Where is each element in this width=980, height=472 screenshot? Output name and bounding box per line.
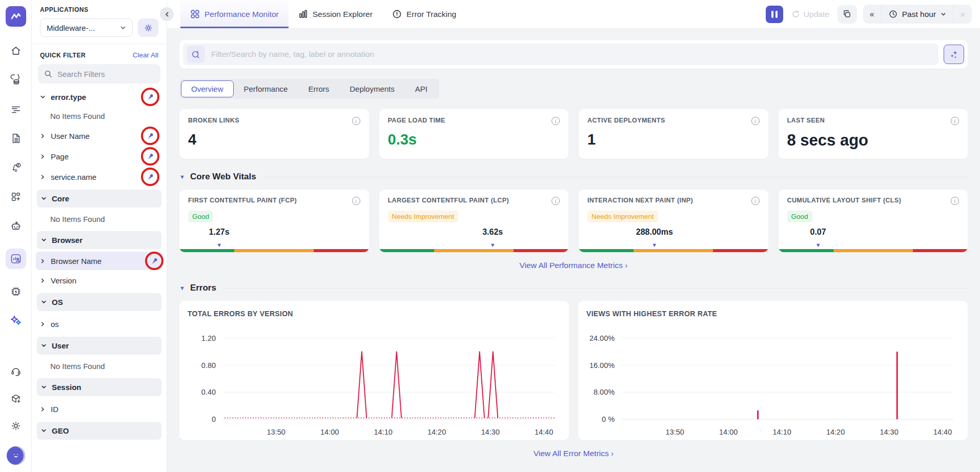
filter-group-user[interactable]: User xyxy=(37,337,161,355)
ai-sparkle-icon[interactable] xyxy=(9,314,23,327)
support-headset-icon[interactable] xyxy=(9,365,23,378)
view-tab-api[interactable]: API xyxy=(405,80,438,97)
chart-views-with-highest-error-rate: VIEWS WITH HIGHEST ERROR RATE 0 %8.00%16… xyxy=(578,301,968,440)
middleware-logo[interactable] xyxy=(6,6,26,27)
update-button[interactable]: Update xyxy=(789,10,831,19)
settings-gear-icon[interactable] xyxy=(9,419,23,433)
pin-icon xyxy=(151,257,158,265)
filter-item-user-name[interactable]: User Name xyxy=(32,126,167,146)
svg-text:14:40: 14:40 xyxy=(933,428,952,436)
pin-icon xyxy=(147,93,154,101)
chevron-right-icon xyxy=(40,174,46,180)
svg-text:14:10: 14:10 xyxy=(374,428,392,436)
svg-text:14:20: 14:20 xyxy=(427,428,446,436)
quick-filter-panel: APPLICATIONS Middleware-... QUICK FILTER… xyxy=(32,0,167,472)
info-icon[interactable]: i xyxy=(951,197,959,205)
main-area: Performance Monitor Session Explorer Err… xyxy=(167,0,980,472)
home-icon[interactable] xyxy=(9,44,23,57)
icon-rail xyxy=(0,0,32,472)
filter-search-input[interactable] xyxy=(57,70,134,78)
filter-item-version[interactable]: Version xyxy=(32,270,167,291)
filter-item-id[interactable]: ID xyxy=(32,399,167,419)
info-icon[interactable]: i xyxy=(751,117,760,125)
filter-group-browser[interactable]: Browser xyxy=(37,231,161,249)
bot-icon[interactable] xyxy=(9,219,23,233)
application-settings-gear-icon[interactable] xyxy=(138,18,158,37)
cwv-card-lcp: LARGEST CONTENTFUL PAINT (LCP)i Needs Im… xyxy=(379,190,569,252)
svg-text:14:00: 14:00 xyxy=(719,428,738,436)
metric-value: 0.3s xyxy=(388,131,560,148)
alerts-bell-icon[interactable] xyxy=(9,161,23,174)
logs-icon[interactable] xyxy=(9,102,23,116)
filter-group-session[interactable]: Session xyxy=(37,378,161,396)
collapse-triangle-icon[interactable]: ▼ xyxy=(179,174,185,180)
document-icon[interactable] xyxy=(9,132,23,145)
infrastructure-icon[interactable] xyxy=(9,73,23,87)
filter-group-os[interactable]: OS xyxy=(37,293,161,311)
copy-icon[interactable] xyxy=(838,5,857,24)
chevron-down-icon xyxy=(41,299,47,305)
info-icon[interactable]: i xyxy=(352,117,360,125)
gauge-marker-icon: ▼ xyxy=(216,242,222,248)
filter-item-service-name[interactable]: service.name xyxy=(32,167,167,187)
pin-highlight-ring xyxy=(145,252,164,270)
svg-text:14:30: 14:30 xyxy=(481,428,499,436)
processes-chip-icon[interactable] xyxy=(9,285,23,298)
filter-item-error-type[interactable]: error.type xyxy=(32,87,167,107)
metric-card-last-seen: LAST SEENi 8 secs ago xyxy=(779,109,968,159)
chevron-down-icon xyxy=(41,343,47,348)
tab-session-explorer[interactable]: Session Explorer xyxy=(289,0,382,28)
info-icon[interactable]: i xyxy=(552,197,560,205)
view-tab-overview[interactable]: Overview xyxy=(181,80,234,97)
filter-group-geo[interactable]: GEO xyxy=(37,422,161,440)
filter-empty-text: No Items Found xyxy=(32,107,167,126)
application-selector[interactable]: Middleware-... xyxy=(40,18,133,37)
vitals-threshold-bar xyxy=(579,249,768,252)
filter-item-os[interactable]: os xyxy=(32,314,167,334)
gauge-marker-icon: ▼ xyxy=(490,242,496,248)
vitals-threshold-bar xyxy=(379,249,569,252)
time-range-prev-button[interactable]: « xyxy=(863,5,881,24)
view-tab-errors[interactable]: Errors xyxy=(298,80,339,97)
chevron-right-icon xyxy=(40,321,46,327)
time-range-next-button[interactable]: » xyxy=(954,5,972,24)
info-icon[interactable]: i xyxy=(552,117,560,125)
metric-card-active-deployments: ACTIVE DEPLOYMENTSi 1 xyxy=(579,109,768,159)
top-navigation-bar: Performance Monitor Session Explorer Err… xyxy=(167,0,980,29)
filter-empty-text: No Items Found xyxy=(32,357,167,376)
clear-all-link[interactable]: Clear All xyxy=(133,51,158,59)
filter-group-core[interactable]: Core xyxy=(37,190,161,208)
info-icon[interactable]: i xyxy=(352,197,360,205)
filter-search-bar xyxy=(179,40,968,69)
info-icon[interactable]: i xyxy=(751,197,760,205)
error-charts-row: TOTAL ERRORS BY VERSION 00.400.801.2013:… xyxy=(179,301,968,440)
info-icon[interactable]: i xyxy=(951,117,959,125)
view-tab-performance[interactable]: Performance xyxy=(234,80,298,97)
svg-text:14:00: 14:00 xyxy=(320,428,339,436)
cwv-card-cls: CUMULATIVE LAYOUT SHIFT (CLS)i Good 0.07… xyxy=(779,190,968,252)
pin-icon xyxy=(147,173,154,181)
view-all-error-metrics-link: View All Error Metrics › xyxy=(179,449,968,458)
pause-live-button[interactable] xyxy=(766,6,783,23)
user-avatar[interactable] xyxy=(7,446,25,465)
view-tab-deployments[interactable]: Deployments xyxy=(339,80,405,97)
collapse-triangle-icon[interactable]: ▼ xyxy=(179,285,185,291)
dashboards-add-icon[interactable] xyxy=(9,190,23,203)
filter-item-browser-name[interactable]: Browser Name xyxy=(36,252,162,270)
pin-icon xyxy=(147,153,154,160)
dashboard-content: Overview Performance Errors Deployments … xyxy=(167,29,980,472)
filter-search-box[interactable] xyxy=(38,64,160,84)
chevron-down-icon xyxy=(941,11,946,17)
sparkles-filter-button[interactable] xyxy=(944,45,964,64)
gauge-marker-icon: ▼ xyxy=(815,242,821,248)
rum-icon[interactable] xyxy=(6,249,26,269)
global-filter-search-input[interactable] xyxy=(211,50,934,59)
collapse-panel-button[interactable] xyxy=(160,7,174,21)
tab-performance-monitor[interactable]: Performance Monitor xyxy=(180,0,289,28)
time-range-selector[interactable]: Past hour xyxy=(881,5,954,24)
tab-error-tracking[interactable]: Error Tracking xyxy=(382,0,466,28)
integrations-package-icon[interactable] xyxy=(9,392,23,405)
error-rate-bar-chart: 0 %8.00%16.00%24.00%13:5014:0014:1014:20… xyxy=(586,322,961,441)
filter-item-page[interactable]: Page xyxy=(32,146,167,167)
gauge-marker-icon: ▼ xyxy=(651,242,657,248)
